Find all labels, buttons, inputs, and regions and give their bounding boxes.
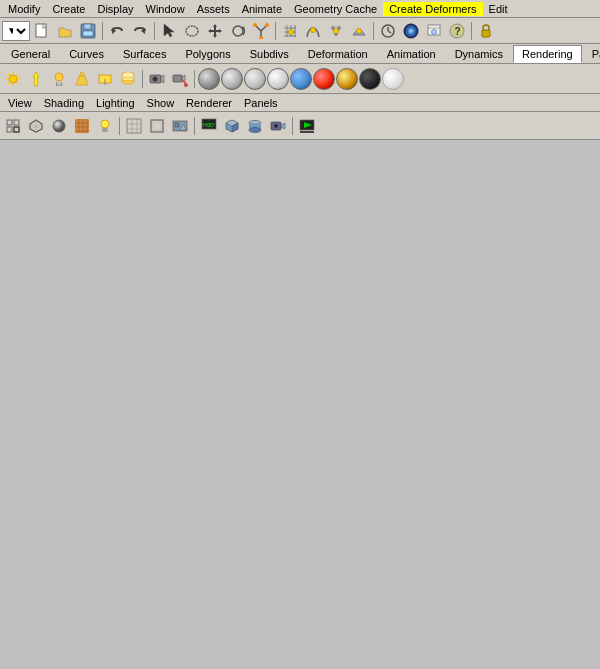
- volume-light-icon[interactable]: [117, 68, 139, 90]
- svg-line-49: [17, 82, 19, 84]
- tab-polygons[interactable]: Polygons: [176, 45, 239, 63]
- frame-icon[interactable]: [146, 115, 168, 137]
- grid-icon[interactable]: [123, 115, 145, 137]
- snap-surface-icon[interactable]: [348, 20, 370, 42]
- shading-icon[interactable]: [48, 115, 70, 137]
- render-sep2: [194, 70, 195, 88]
- tab-painteffects[interactable]: PaintEffects: [583, 45, 600, 63]
- render-icon[interactable]: [400, 20, 422, 42]
- svg-marker-6: [164, 24, 174, 37]
- camera-icon[interactable]: [146, 68, 168, 90]
- save-scene-icon[interactable]: [77, 20, 99, 42]
- lock-icon[interactable]: [475, 20, 497, 42]
- camera-aim-icon[interactable]: [169, 68, 191, 90]
- scale-icon[interactable]: [250, 20, 272, 42]
- rendering-shelf: [0, 64, 600, 94]
- wireframe-icon[interactable]: [25, 115, 47, 137]
- rotate-icon[interactable]: [227, 20, 249, 42]
- view-menu-panels[interactable]: Panels: [238, 96, 284, 110]
- snap-grid-icon[interactable]: [279, 20, 301, 42]
- texture-icon[interactable]: [71, 115, 93, 137]
- rendersettings-icon[interactable]: [423, 20, 445, 42]
- view-menu-lighting[interactable]: Lighting: [90, 96, 141, 110]
- tab-curves[interactable]: Curves: [60, 45, 113, 63]
- select-icon[interactable]: [158, 20, 180, 42]
- history-icon[interactable]: [377, 20, 399, 42]
- directional-light-icon[interactable]: [25, 68, 47, 90]
- svg-rect-2: [84, 24, 91, 29]
- svg-point-66: [153, 76, 158, 81]
- tab-deformation[interactable]: Deformation: [299, 45, 377, 63]
- menu-assets[interactable]: Assets: [191, 2, 236, 16]
- spot-light-icon[interactable]: [71, 68, 93, 90]
- view-menu-view[interactable]: View: [2, 96, 38, 110]
- menu-create-deformers[interactable]: Create Deformers: [383, 2, 482, 16]
- shelf-tabs: General Curves Surfaces Polygons Subdivs…: [0, 44, 600, 64]
- svg-point-15: [265, 23, 269, 27]
- material-gray2-icon[interactable]: [221, 68, 243, 90]
- snap-curve-icon[interactable]: [302, 20, 324, 42]
- menu-display[interactable]: Display: [91, 2, 139, 16]
- svg-rect-74: [14, 127, 19, 132]
- material-gray-icon[interactable]: [198, 68, 220, 90]
- svg-point-7: [186, 26, 198, 36]
- lasso-icon[interactable]: [181, 20, 203, 42]
- tab-animation[interactable]: Animation: [378, 45, 445, 63]
- persp-view-icon[interactable]: [2, 115, 24, 137]
- material-gray3-icon[interactable]: [244, 68, 266, 90]
- ambient-light-icon[interactable]: [2, 68, 24, 90]
- menu-window[interactable]: Window: [140, 2, 191, 16]
- open-scene-icon[interactable]: [54, 20, 76, 42]
- mode-dropdown[interactable]: ▼: [2, 21, 30, 41]
- move-icon[interactable]: [204, 20, 226, 42]
- playblast-icon[interactable]: [296, 115, 318, 137]
- image-plane-icon[interactable]: [169, 115, 191, 137]
- svg-rect-115: [300, 131, 314, 133]
- new-scene-icon[interactable]: [31, 20, 53, 42]
- svg-rect-98: [175, 123, 179, 127]
- render-camera-icon[interactable]: [267, 115, 289, 137]
- tab-general[interactable]: General: [2, 45, 59, 63]
- menu-modify[interactable]: Modify: [2, 2, 46, 16]
- menu-create[interactable]: Create: [46, 2, 91, 16]
- help-icon[interactable]: ?: [446, 20, 468, 42]
- light-icon[interactable]: [94, 115, 116, 137]
- render-sep1: [142, 70, 143, 88]
- svg-point-14: [253, 23, 257, 27]
- material-gold-icon[interactable]: [336, 68, 358, 90]
- undo-icon[interactable]: [106, 20, 128, 42]
- view-menu-shading[interactable]: Shading: [38, 96, 90, 110]
- cube-icon[interactable]: [221, 115, 243, 137]
- snap-point-icon[interactable]: [325, 20, 347, 42]
- point-light-icon[interactable]: [48, 68, 70, 90]
- material-rainbow-icon[interactable]: [313, 68, 335, 90]
- redo-icon[interactable]: [129, 20, 151, 42]
- view-menu-renderer[interactable]: Renderer: [180, 96, 238, 110]
- material-gray4-icon[interactable]: [267, 68, 289, 90]
- material-white-icon[interactable]: [382, 68, 404, 90]
- svg-point-79: [53, 120, 65, 132]
- menu-bar: Modify Create Display Window Assets Anim…: [0, 0, 600, 18]
- tab-surfaces[interactable]: Surfaces: [114, 45, 175, 63]
- svg-rect-73: [7, 127, 12, 132]
- svg-marker-52: [33, 72, 39, 86]
- material-blue-icon[interactable]: [290, 68, 312, 90]
- hud-icon[interactable]: HUD: [198, 115, 220, 137]
- view-menu-show[interactable]: Show: [141, 96, 181, 110]
- menu-geometry-cache[interactable]: Geometry Cache: [288, 2, 383, 16]
- menu-edit[interactable]: Edit: [483, 2, 514, 16]
- tab-subdivs[interactable]: Subdivs: [241, 45, 298, 63]
- tab-dynamics[interactable]: Dynamics: [446, 45, 512, 63]
- toolbar-sep3: [275, 22, 276, 40]
- svg-line-32: [388, 31, 391, 33]
- tab-rendering[interactable]: Rendering: [513, 45, 582, 63]
- svg-point-24: [311, 27, 316, 32]
- svg-point-63: [122, 72, 134, 78]
- cylinder-icon[interactable]: [244, 115, 266, 137]
- menu-animate[interactable]: Animate: [236, 2, 288, 16]
- area-light-icon[interactable]: [94, 68, 116, 90]
- material-black-icon[interactable]: [359, 68, 381, 90]
- viewport-shelf: HUD: [0, 112, 600, 140]
- svg-text:?: ?: [455, 26, 461, 37]
- toolbar-sep5: [471, 22, 472, 40]
